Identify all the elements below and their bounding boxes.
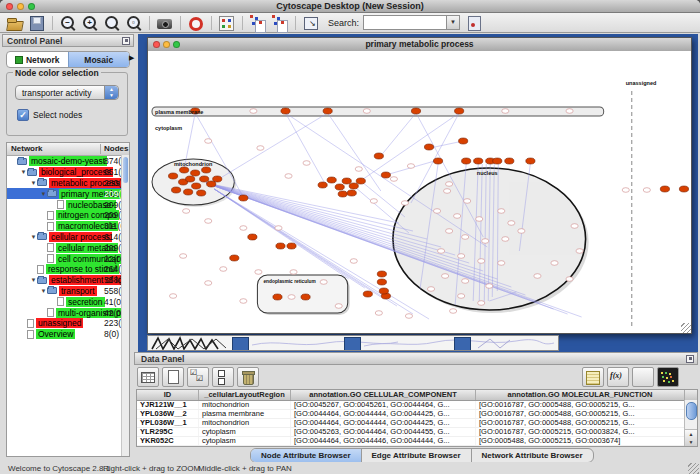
attribute-table-body: YJR121W__1mitochondrion[GO:0045267, GO:0… [137,401,697,447]
table-cell: [GO:0016787, GO:0005215, GO:0003824, G..… [476,428,685,436]
search-input[interactable] [364,17,446,28]
network-tree-header[interactable]: Network Nodes [7,143,129,156]
tree-row[interactable]: cell communicat22(0) [7,253,129,264]
arrange-network-1-icon[interactable] [248,14,268,32]
select-attributes-icon[interactable] [137,367,159,387]
expand-triangle-icon[interactable]: ▼ [20,169,27,175]
attribute-table-header[interactable]: ID_cellularLayoutRegionannotation.GO CEL… [137,390,697,401]
float-panel-icon[interactable] [122,37,130,45]
network-node [255,270,262,275]
window-resize-grip[interactable] [688,463,699,474]
layout-grid-icon[interactable] [217,14,237,32]
unselect-all-attributes-icon[interactable] [212,367,234,387]
table-row[interactable]: YPL036W__1mitochondrion[GO:0044464, GO:0… [137,419,697,428]
expand-triangle-icon[interactable]: ▼ [30,277,37,283]
snapshot-camera-icon[interactable] [155,14,175,32]
node-color-dropdown[interactable]: transporter activity ▲▼ [15,85,119,100]
network-node [508,221,515,226]
delete-attribute-icon[interactable] [237,367,259,387]
network-edge [430,141,463,148]
notepad-icon[interactable] [582,367,604,387]
zoom-selected-icon[interactable] [102,14,122,32]
tree-row[interactable]: ▼primary metabo209(... [7,188,129,199]
new-attribute-icon[interactable] [162,367,184,387]
network-window-titlebar[interactable]: primary metabolic process [148,38,691,52]
table-row[interactable]: YJR121W__1mitochondrion[GO:0045267, GO:0… [137,401,697,410]
select-nodes-checkbox[interactable]: ✓ [17,109,29,121]
background-window-fragment [232,337,249,351]
open-icon[interactable] [5,14,25,32]
table-column-header[interactable]: annotation.GO CELLULAR_COMPONENT [291,390,476,400]
folder-icon [17,158,27,165]
network-node-selected [363,291,372,297]
tree-row[interactable]: ▼metabolic process280(0) [7,178,129,189]
table-column-header[interactable]: ID [137,390,199,400]
attribute-matrix-icon[interactable] [657,367,679,387]
tree-scrollbar[interactable] [121,155,129,456]
table-row[interactable]: YLR295Ccytoplasm[GO:0045263, GO:0044464,… [137,428,697,437]
tab-mosaic[interactable]: Mosaic [68,52,130,67]
tree-row[interactable]: multi-organism pro42(0) [7,307,129,318]
network-node-selected [301,294,310,300]
tree-row[interactable]: nucleobase-209(0) [7,199,129,210]
tab-network-attribute-browser[interactable]: Network Attribute Browser [472,449,593,462]
tree-row[interactable]: ▼establishment of lo558(0) [7,275,129,286]
tree-row[interactable]: response to stimul264(0) [7,264,129,275]
network-edge [286,113,325,183]
network-node [427,287,434,292]
network-node-selected [287,243,296,249]
network-window-resize-grip[interactable] [681,323,691,333]
tab-node-attribute-browser[interactable]: Node Attribute Browser [251,449,362,462]
expand-triangle-icon[interactable]: ▼ [30,234,37,240]
arrange-network-2-icon[interactable] [270,14,290,32]
tree-row[interactable]: cellular metabo209(0) [7,242,129,253]
tab-scroll-right-icon[interactable]: ▶ [129,54,134,62]
formula-builder-icon[interactable] [607,367,629,387]
mitochondrion-label: mitochondrion [174,161,213,167]
tree-row[interactable]: mosaic-demo-yeast874(0) [7,156,129,167]
table-column-header[interactable]: _cellularLayoutRegion [199,390,291,400]
filter-icon[interactable] [464,14,484,32]
tree-row-label: biological_process [39,167,113,177]
search-dropdown-button[interactable]: ▼ [446,16,459,29]
save-icon[interactable] [27,14,47,32]
tree-row[interactable]: ▼cellular process614(0) [7,232,129,243]
network-node [250,109,257,114]
table-row[interactable]: YKR052Ccytoplasm[GO:0044464, GO:0044446,… [137,437,697,446]
network-node-selected [474,158,483,164]
table-scrollbar[interactable]: ▲▼ [684,400,697,446]
table-scrollbar-arrows[interactable]: ▲▼ [685,429,697,446]
tree-row[interactable]: nitrogen compo209(0) [7,210,129,221]
import-attributes-icon[interactable] [632,367,654,387]
tab-network[interactable]: Network [7,52,68,67]
toolbar-separator [149,16,150,30]
tree-row[interactable]: Overview8(0) [7,329,129,340]
network-node-selected [197,190,206,196]
tree-row[interactable]: ▼biological_process651(0) [7,167,129,178]
expand-triangle-icon[interactable]: ▼ [40,288,47,294]
tab-edge-attribute-browser[interactable]: Edge Attribute Browser [362,449,472,462]
window-titlebar[interactable]: Cytoscape Desktop (New Session) [0,0,700,13]
tree-row[interactable]: ▼transport558(0) [7,286,129,297]
tree-row[interactable]: unassigned223(0) [7,318,129,329]
table-row[interactable]: YPL036W__2plasma membrane[GO:0044464, GO… [137,410,697,419]
expand-triangle-icon[interactable]: ▼ [30,180,37,186]
network-view-window[interactable]: primary metabolic process plasma membran… [147,37,692,334]
file-icon [47,308,54,317]
data-panel-float-icon[interactable] [686,355,694,363]
network-node [478,259,485,264]
select-all-attributes-icon[interactable] [187,367,209,387]
network-node [169,294,176,299]
table-cell: [GO:0044464, GO:0044446, GO:0044444, G..… [291,437,476,445]
network-canvas[interactable]: plasma membranecytoplasmmitochondrionnuc… [148,51,691,333]
table-column-header[interactable]: annotation.GO MOLECULAR_FUNCTION [476,390,685,400]
expand-triangle-icon[interactable]: ▼ [40,191,47,197]
zoom-out-icon[interactable] [58,14,78,32]
select-mode-icon[interactable] [301,14,321,32]
zoom-in-icon[interactable] [80,14,100,32]
zoom-fit-icon[interactable] [124,14,144,32]
table-scrollbar-thumb[interactable] [686,402,697,420]
tree-row[interactable]: secretion41(0) [7,296,129,307]
help-ring-icon[interactable] [186,14,206,32]
tree-row[interactable]: macromolecule311(0) [7,221,129,232]
